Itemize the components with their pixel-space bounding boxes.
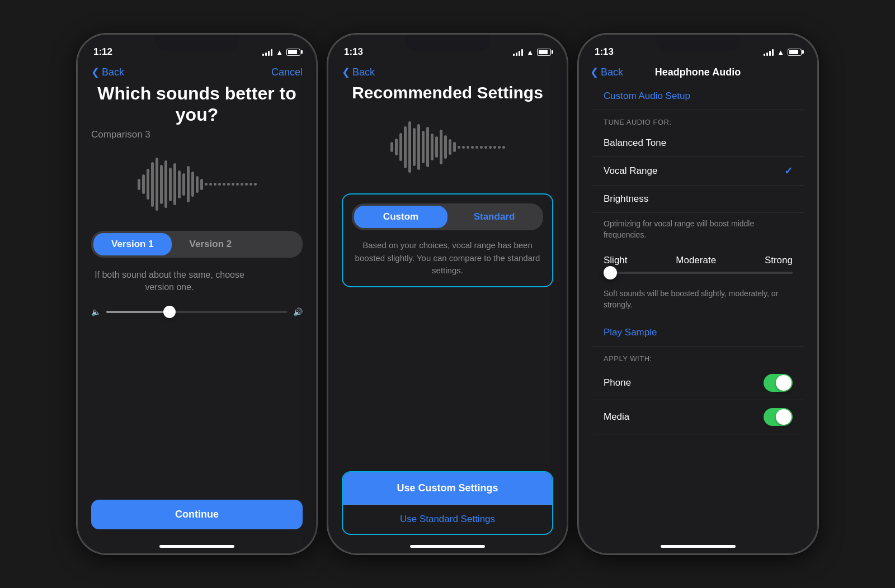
status-time-1: 1:12	[93, 46, 112, 58]
slider-labels: Slight Moderate Strong	[604, 255, 793, 266]
media-toggle[interactable]	[764, 408, 793, 426]
tune-audio-header: TUNE AUDIO FOR:	[592, 110, 804, 130]
page-title-3: Headphone Audio	[655, 67, 741, 78]
slider-track[interactable]	[106, 311, 288, 313]
status-icons-3: ▲	[764, 48, 802, 56]
phone-1: 1:12 ▲ ❮ Back Cancel	[77, 34, 317, 554]
nav-bar-1: ❮ Back Cancel	[78, 64, 316, 83]
battery-icon-2	[537, 49, 551, 56]
hint-text: If both sound about the same, choose ver…	[91, 269, 248, 294]
home-indicator-2	[410, 545, 485, 548]
status-bar-2: 1:13 ▲	[328, 35, 567, 64]
home-indicator-1	[159, 545, 234, 548]
wifi-icon-3: ▲	[777, 48, 784, 56]
battery-icon	[286, 49, 300, 56]
status-bar-3: 1:13 ▲	[579, 35, 817, 64]
strong-label: Strong	[765, 255, 793, 266]
custom-audio-setup-link[interactable]: Custom Audio Setup	[592, 83, 804, 110]
vocal-range-label: Vocal Range	[604, 165, 657, 177]
back-button-2[interactable]: ❮ Back	[342, 66, 375, 78]
standard-button[interactable]: Standard	[447, 206, 541, 228]
balanced-tone-label: Balanced Tone	[604, 137, 666, 149]
nav-bar-2: ❮ Back	[328, 64, 567, 83]
phone-3: 1:13 ▲ ❮ Back Headphone Audio	[578, 34, 818, 554]
wifi-icon: ▲	[276, 48, 283, 56]
version-toggle: Version 1 Version 2	[91, 231, 303, 258]
moderate-label: Moderate	[676, 255, 716, 266]
custom-standard-box: Custom Standard Based on your choices, v…	[342, 193, 553, 287]
settings-description: Based on your choices, vocal range has b…	[352, 239, 543, 277]
strength-slider-track[interactable]	[604, 272, 793, 274]
waveform-2	[342, 116, 553, 178]
version2-button[interactable]: Version 2	[172, 233, 250, 255]
soft-sounds-note: Soft sounds will be boosted slightly, mo…	[592, 283, 804, 319]
media-row[interactable]: Media	[592, 400, 804, 434]
version1-button[interactable]: Version 1	[93, 233, 172, 255]
phone-label: Phone	[604, 377, 631, 388]
action-box: Use Custom Settings Use Standard Setting…	[342, 471, 553, 535]
recommended-title: Recommended Settings	[342, 83, 553, 103]
vocal-range-note: Optimizing for vocal range will boost mi…	[592, 213, 804, 249]
volume-high-icon: 🔊	[293, 307, 303, 316]
continue-button[interactable]: Continue	[91, 500, 303, 529]
media-toggle-knob	[776, 409, 792, 425]
status-time-2: 1:13	[344, 46, 363, 58]
chevron-left-icon: ❮	[91, 66, 100, 78]
battery-icon-3	[788, 49, 802, 56]
nav-bar-3: ❮ Back Headphone Audio	[579, 64, 817, 83]
status-bar-1: 1:12 ▲	[78, 35, 316, 64]
strength-slider-section: Slight Moderate Strong	[592, 249, 804, 283]
back-button-3[interactable]: ❮ Back	[590, 66, 623, 78]
vocal-range-row[interactable]: Vocal Range ✓	[592, 157, 804, 186]
signal-icon-3	[764, 48, 774, 56]
signal-icon	[262, 48, 272, 56]
cancel-button-1[interactable]: Cancel	[271, 67, 303, 78]
use-custom-button[interactable]: Use Custom Settings	[343, 472, 552, 505]
signal-icon-2	[513, 48, 523, 56]
use-standard-button[interactable]: Use Standard Settings	[343, 505, 552, 534]
slight-label: Slight	[604, 255, 628, 266]
status-time-3: 1:13	[595, 46, 614, 58]
status-icons-2: ▲	[513, 48, 551, 56]
phone-row[interactable]: Phone	[592, 366, 804, 400]
screen-content-3[interactable]: Custom Audio Setup TUNE AUDIO FOR: Balan…	[579, 83, 817, 540]
apply-with-header: APPLY WITH:	[592, 347, 804, 366]
chevron-left-icon-3: ❮	[590, 66, 599, 78]
status-icons-1: ▲	[262, 48, 300, 56]
main-question: Which sounds better to you?	[91, 83, 303, 126]
settings-list: Custom Audio Setup TUNE AUDIO FOR: Balan…	[592, 83, 804, 540]
play-sample-link[interactable]: Play Sample	[592, 319, 804, 347]
home-indicator-3	[661, 545, 736, 548]
phone-toggle-knob	[776, 375, 792, 391]
custom-standard-toggle: Custom Standard	[352, 203, 543, 230]
balanced-tone-row[interactable]: Balanced Tone	[592, 130, 804, 157]
screen-content-1: Which sounds better to you? Comparison 3	[78, 83, 316, 540]
phone-toggle[interactable]	[764, 374, 793, 392]
chevron-left-icon-2: ❮	[342, 66, 350, 78]
media-label: Media	[604, 411, 629, 423]
comparison-label: Comparison 3	[91, 129, 303, 140]
back-button-1[interactable]: ❮ Back	[91, 66, 124, 78]
vocal-range-checkmark: ✓	[784, 165, 793, 177]
phone-2: 1:13 ▲ ❮ Back	[327, 34, 568, 554]
custom-button[interactable]: Custom	[354, 206, 447, 228]
waveform-1	[91, 154, 303, 215]
wifi-icon-2: ▲	[526, 48, 534, 56]
screen-content-2: Recommended Settings	[328, 83, 567, 540]
volume-slider[interactable]: 🔈 🔊	[91, 307, 303, 316]
volume-low-icon: 🔈	[91, 307, 101, 316]
brightness-label: Brightness	[604, 193, 648, 205]
brightness-row[interactable]: Brightness	[592, 186, 804, 213]
